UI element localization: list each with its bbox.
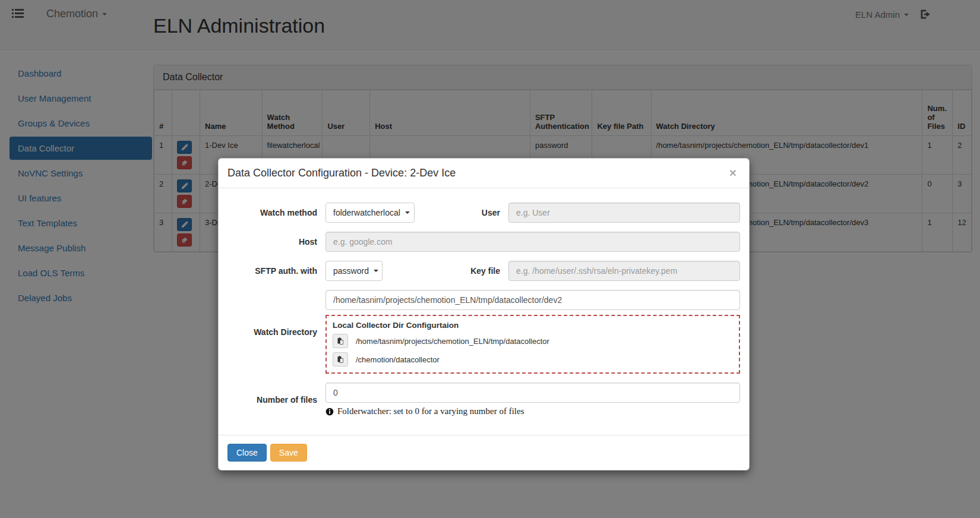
chevron-down-icon <box>374 270 378 272</box>
modal-body: Watch method folderwatcherlocal User Hos… <box>219 188 749 431</box>
number-of-files-input[interactable] <box>325 383 740 403</box>
watch-directory-input[interactable] <box>325 290 740 310</box>
local-path-text: /chemotion/datacollector <box>356 355 440 364</box>
sftp-auth-label: SFTP auth. with <box>227 266 325 276</box>
info-circle-icon <box>325 408 334 416</box>
number-of-files-row: Number of files Folderwatcher: set to 0 … <box>227 383 740 416</box>
local-path-text: /home/tasnim/projects/chemotion_ELN/tmp/… <box>356 337 549 346</box>
modal-footer: Close Save <box>219 435 749 470</box>
sftp-auth-row: SFTP auth. with password Key file <box>227 261 740 281</box>
watch-method-dropdown[interactable]: folderwatcherlocal <box>325 203 415 223</box>
key-file-label: Key file <box>382 266 508 276</box>
close-button[interactable]: Close <box>227 444 267 462</box>
watch-directory-row: Watch Directory Local Collector Dir Conf… <box>227 290 740 374</box>
watch-method-row: Watch method folderwatcherlocal User <box>227 203 740 223</box>
paste-icon <box>337 337 344 345</box>
host-row: Host <box>227 232 740 252</box>
watch-method-label: Watch method <box>227 208 325 217</box>
sftp-auth-value: password <box>333 266 369 276</box>
chevron-down-icon <box>405 211 410 214</box>
folderwatcher-hint: Folderwatcher: set to 0 for a varying nu… <box>325 406 740 416</box>
screen: Chemotion ELN Administration ELN Admin D… <box>0 0 980 518</box>
number-of-files-label: Number of files <box>227 395 325 405</box>
paste-icon <box>337 355 344 364</box>
save-button[interactable]: Save <box>270 444 307 462</box>
close-icon[interactable]: × <box>726 166 740 179</box>
data-collector-modal: Data Collector Configuration - Device: 2… <box>218 158 750 470</box>
modal-header: Data Collector Configuration - Device: 2… <box>219 159 749 188</box>
user-input[interactable] <box>508 203 740 223</box>
local-collector-config-title: Local Collector Dir Configurtaion <box>333 321 733 330</box>
copy-path-button[interactable] <box>333 352 348 367</box>
watch-method-value: folderwatcherlocal <box>333 208 400 217</box>
watch-directory-group: Local Collector Dir Configurtaion /home/… <box>325 290 740 374</box>
user-label: User <box>415 208 508 217</box>
host-label: Host <box>227 237 325 247</box>
copy-path-button[interactable] <box>333 334 348 348</box>
modal-title: Data Collector Configuration - Device: 2… <box>227 167 740 179</box>
key-file-input[interactable] <box>508 261 740 281</box>
watch-directory-label: Watch Directory <box>227 327 325 337</box>
local-collector-config-box: Local Collector Dir Configurtaion /home/… <box>325 315 740 374</box>
sftp-auth-dropdown[interactable]: password <box>325 261 382 281</box>
local-path-row: /home/tasnim/projects/chemotion_ELN/tmp/… <box>333 334 733 348</box>
number-of-files-group: Folderwatcher: set to 0 for a varying nu… <box>325 383 740 416</box>
local-path-row: /chemotion/datacollector <box>333 352 733 367</box>
folderwatcher-hint-text: Folderwatcher: set to 0 for a varying nu… <box>337 406 524 416</box>
host-input[interactable] <box>325 232 740 252</box>
